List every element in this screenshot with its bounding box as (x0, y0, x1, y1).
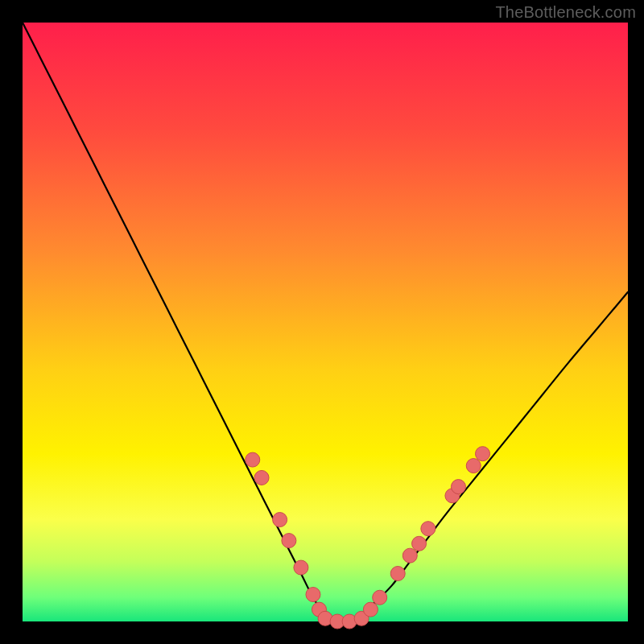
data-marker (466, 459, 481, 473)
data-marker (390, 566, 405, 580)
data-marker (412, 536, 427, 551)
data-marker (246, 452, 260, 467)
data-marker (254, 470, 269, 485)
gradient-background (23, 23, 628, 621)
data-marker (373, 590, 387, 605)
data-marker (402, 548, 417, 563)
data-marker (421, 522, 436, 536)
data-marker (451, 480, 465, 494)
data-marker (273, 513, 287, 527)
bottleneck-chart (0, 0, 644, 644)
chart-frame: TheBottleneck.com (0, 0, 644, 644)
data-marker (306, 588, 320, 602)
data-marker (363, 602, 378, 617)
data-marker (294, 560, 308, 575)
watermark-label: TheBottleneck.com (495, 3, 636, 22)
data-marker (476, 447, 490, 461)
data-marker (282, 534, 296, 548)
